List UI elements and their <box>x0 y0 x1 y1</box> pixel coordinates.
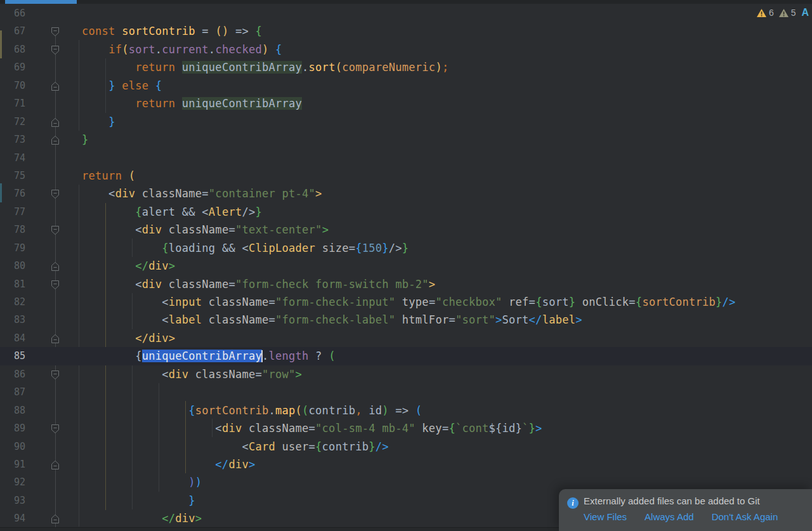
line-number[interactable]: 84 <box>0 329 25 347</box>
code-token: < <box>55 440 249 453</box>
code-line-74[interactable]: 74 <box>0 149 812 167</box>
code-token: } <box>529 422 536 435</box>
fold-collapse-icon[interactable] <box>51 280 60 290</box>
line-number[interactable]: 66 <box>0 4 25 22</box>
ide-editor-window: 6667 const sortContrib = () => {68 if(so… <box>0 0 812 531</box>
line-number[interactable]: 79 <box>0 239 25 257</box>
code-token: < <box>55 313 169 326</box>
line-number[interactable]: 77 <box>0 203 25 221</box>
line-number[interactable]: 93 <box>0 492 25 509</box>
code-token: </ <box>135 332 148 344</box>
line-number[interactable]: 85 <box>0 347 25 365</box>
code-line-68[interactable]: 68 if(sort.current.checked) { <box>0 41 812 58</box>
code-line-67[interactable]: 67 const sortContrib = () => { <box>0 22 812 40</box>
line-number[interactable]: 88 <box>0 402 25 419</box>
line-number[interactable]: 83 <box>0 311 25 329</box>
fold-end-icon[interactable] <box>51 460 60 470</box>
code-line-78[interactable]: 78 <div className="text-center"> <box>0 221 812 239</box>
line-number[interactable]: 68 <box>0 41 25 58</box>
code-line-84[interactable]: 84 </div> <box>0 329 812 347</box>
code-token: div <box>222 422 242 435</box>
line-number[interactable]: 67 <box>0 22 25 40</box>
code-line-89[interactable]: 89 <div className="col-sm-4 mb-4" key={`… <box>0 419 812 437</box>
code-token: id <box>362 404 383 417</box>
line-number[interactable]: 81 <box>0 275 25 293</box>
line-number[interactable]: 82 <box>0 293 25 311</box>
fold-end-icon[interactable] <box>51 117 60 128</box>
line-number[interactable]: 72 <box>0 113 25 131</box>
line-number[interactable]: 74 <box>0 149 25 167</box>
code-token: length <box>269 350 309 362</box>
fold-collapse-icon[interactable] <box>51 45 60 55</box>
line-number[interactable]: 75 <box>0 167 25 185</box>
code-line-88[interactable]: 88 {sortContrib.map((contrib, id) => ( <box>0 402 812 419</box>
code-token: = <box>349 242 356 254</box>
code-line-76[interactable]: 76 <div className="container pt-4"> <box>0 185 812 202</box>
code-line-66[interactable]: 66 <box>0 4 812 22</box>
line-number[interactable]: 87 <box>0 383 25 401</box>
code-token: className <box>249 422 309 435</box>
code-token: "form-check-input" <box>275 296 395 308</box>
code-token: = <box>228 278 235 291</box>
line-number[interactable]: 69 <box>0 58 25 76</box>
code-token <box>416 422 422 435</box>
fold-collapse-icon[interactable] <box>51 189 60 199</box>
code-token: loading <box>169 242 216 254</box>
code-line-70[interactable]: 70 } else { <box>0 77 812 95</box>
code-token: "checkbox" <box>435 296 502 308</box>
code-line-86[interactable]: 86 <div className="row"> <box>0 365 812 383</box>
fold-end-icon[interactable] <box>51 334 60 344</box>
code-line-87[interactable]: 87 <box>0 383 812 401</box>
line-number[interactable]: 76 <box>0 185 25 202</box>
code-line-72[interactable]: 72 } <box>0 113 812 131</box>
inspections-widget[interactable]: 6 5 A <box>756 7 809 18</box>
code-token: checked <box>215 43 262 56</box>
line-number[interactable]: 94 <box>0 509 25 527</box>
code-token: > <box>315 187 322 200</box>
code-line-90[interactable]: 90 <Card user={contrib}/> <box>0 438 812 456</box>
code-token: . <box>209 43 216 56</box>
line-number[interactable]: 89 <box>0 419 25 437</box>
code-token: > <box>429 278 436 291</box>
line-number[interactable]: 91 <box>0 456 25 473</box>
notification-action-view-files[interactable]: View Files <box>584 511 627 522</box>
code-token: { <box>535 296 542 308</box>
fold-collapse-icon[interactable] <box>51 225 60 235</box>
fold-collapse-icon[interactable] <box>51 424 60 434</box>
code-token: ; <box>442 61 449 74</box>
code-line-80[interactable]: 80 </div> <box>0 257 812 275</box>
line-number[interactable]: 90 <box>0 438 25 456</box>
fold-collapse-icon[interactable] <box>51 370 60 380</box>
code-line-73[interactable]: 73 } <box>0 131 812 148</box>
fold-collapse-icon[interactable] <box>51 27 60 37</box>
code-line-82[interactable]: 82 <input className="form-check-input" t… <box>0 293 812 311</box>
line-number[interactable]: 86 <box>0 365 25 383</box>
code-token: const <box>82 25 122 37</box>
code-token: label <box>169 313 202 326</box>
line-number[interactable]: 92 <box>0 473 25 491</box>
code-line-71[interactable]: 71 return uniqueContribArray <box>0 95 812 112</box>
line-number[interactable]: 80 <box>0 257 25 275</box>
fold-end-icon[interactable] <box>51 261 60 272</box>
fold-end-icon[interactable] <box>51 514 60 524</box>
notification-action-always-add[interactable]: Always Add <box>645 511 694 522</box>
code-line-81[interactable]: 81 <div className="form-check form-switc… <box>0 275 812 293</box>
code-token: user <box>282 440 309 453</box>
code-line-75[interactable]: 75 return ( <box>0 167 812 185</box>
code-line-85[interactable]: 85 {uniqueContribArray.length ? ( <box>0 347 812 365</box>
fold-end-icon[interactable] <box>51 135 60 145</box>
line-number[interactable]: 71 <box>0 95 25 112</box>
code-token: ( <box>296 404 303 417</box>
code-token: = <box>442 422 449 435</box>
code-line-83[interactable]: 83 <label className="form-check-label" h… <box>0 311 812 329</box>
code-line-69[interactable]: 69 return uniqueContribArray.sort(compar… <box>0 58 812 76</box>
line-number[interactable]: 70 <box>0 77 25 95</box>
notification-action-don-t-ask-again[interactable]: Don't Ask Again <box>712 511 778 522</box>
code-line-91[interactable]: 91 </div> <box>0 456 812 473</box>
line-number[interactable]: 73 <box>0 131 25 148</box>
line-number[interactable]: 78 <box>0 221 25 239</box>
fold-end-icon[interactable] <box>51 81 60 91</box>
code-line-79[interactable]: 79 {loading && <ClipLoader size={150}/>} <box>0 239 812 257</box>
code-token: } <box>402 242 409 254</box>
code-line-77[interactable]: 77 {alert && <Alert/>} <box>0 203 812 221</box>
